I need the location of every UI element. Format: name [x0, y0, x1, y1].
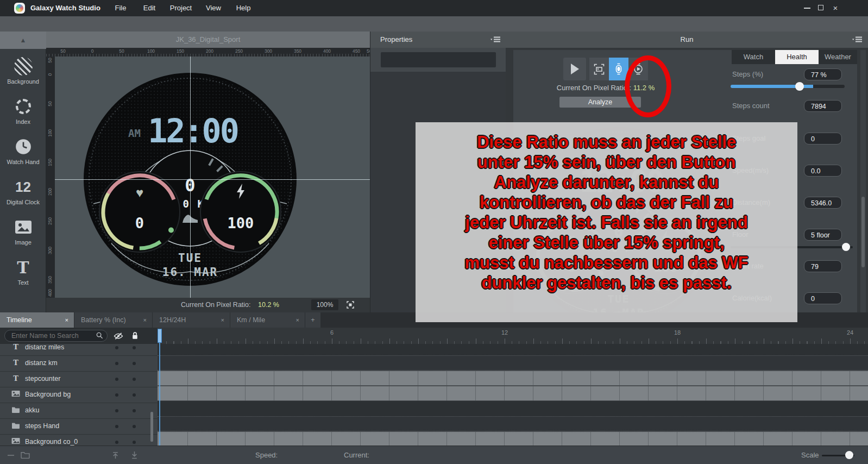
scrollbar-thumb[interactable] — [861, 197, 865, 267]
layer-row[interactable]: Tdistanz km — [0, 356, 158, 372]
tab-timeline[interactable]: Timeline× — [0, 312, 74, 328]
visibility-dot[interactable] — [115, 378, 118, 381]
visibility-dot[interactable] — [115, 346, 118, 349]
run-play-button[interactable] — [563, 58, 586, 80]
ruler-label: 18 — [672, 329, 683, 336]
close-tab-icon[interactable]: × — [296, 312, 299, 328]
properties-selection-field[interactable] — [381, 52, 496, 67]
panel-menu-icon[interactable] — [490, 36, 501, 43]
steps-count-field[interactable]: 7894 — [804, 100, 842, 112]
layer-row[interactable]: Tstepcounter — [0, 372, 158, 387]
search-input[interactable] — [4, 330, 108, 342]
minimize-button[interactable] — [804, 8, 810, 9]
close-tab-icon[interactable]: × — [221, 312, 224, 328]
track-lane[interactable] — [158, 355, 868, 371]
steps-goal-field[interactable]: 0 — [804, 133, 842, 145]
hide-all-eye-off-icon[interactable] — [113, 332, 124, 340]
layer-row[interactable]: steps Hand — [0, 419, 158, 435]
tab-battery[interactable]: Battery % (Inc)× — [74, 312, 152, 328]
panel-menu-icon[interactable] — [852, 36, 863, 43]
playhead[interactable] — [158, 329, 163, 446]
menu-view[interactable]: View — [206, 0, 221, 16]
lock-dot[interactable] — [133, 425, 136, 428]
tool-label: Image — [0, 239, 46, 246]
collapse-left-icon[interactable]: ‹ — [158, 381, 158, 392]
lock-dot[interactable] — [133, 378, 136, 381]
close-button[interactable]: × — [831, 3, 840, 13]
tab-weather[interactable]: Weather — [819, 50, 857, 64]
lock-all-icon[interactable] — [131, 331, 139, 340]
group-folder-icon[interactable] — [21, 451, 30, 459]
lock-dot[interactable] — [133, 362, 136, 365]
menu-project[interactable]: Project — [170, 0, 192, 16]
visibility-dot[interactable] — [115, 362, 118, 365]
move-top-icon[interactable] — [111, 451, 119, 459]
track-lane[interactable] — [158, 371, 868, 386]
tool-index[interactable]: Index — [0, 95, 46, 135]
scale-slider-thumb[interactable] — [845, 451, 853, 459]
toolbox-collapse-button[interactable]: ▲ — [0, 32, 46, 49]
visibility-dot[interactable] — [115, 441, 118, 444]
tab-health[interactable]: Health — [775, 50, 819, 64]
tool-label: Digital Clock — [0, 199, 46, 205]
fit-to-screen-icon[interactable] — [346, 300, 355, 309]
tool-background[interactable]: Background — [0, 54, 46, 95]
run-title: Run — [506, 32, 868, 48]
visibility-dot[interactable] — [115, 409, 118, 412]
playhead-marker[interactable] — [158, 329, 162, 343]
title-bar: Galaxy Watch Studio File Edit Project Vi… — [0, 0, 868, 16]
tool-text[interactable]: T Text — [0, 255, 46, 296]
canvas-opr-value: 10.2 % — [258, 298, 279, 312]
track-lane[interactable] — [158, 401, 868, 416]
floor-field[interactable]: 5 floor — [804, 229, 842, 241]
track-lane[interactable] — [158, 386, 868, 401]
layer-row[interactable]: akku — [0, 403, 158, 419]
slider-thumb[interactable] — [795, 82, 804, 91]
distance-field[interactable]: 5346.0 — [804, 197, 842, 209]
close-tab-icon[interactable]: × — [143, 312, 147, 328]
steps-percent-slider[interactable] — [731, 85, 845, 88]
toolbar: ▼ — [0, 16, 868, 32]
calorie-field[interactable]: 0 — [804, 292, 842, 304]
zoom-level-button[interactable]: 100% — [311, 299, 338, 310]
tab-km-mile[interactable]: Km / Mile× — [230, 312, 305, 328]
menu-edit[interactable]: Edit — [143, 0, 155, 16]
visibility-dot[interactable] — [115, 393, 118, 397]
layer-row[interactable]: Background co_0 — [0, 435, 158, 446]
lock-dot[interactable] — [133, 393, 136, 397]
run-scrollbar[interactable] — [860, 50, 866, 312]
tab-watch[interactable]: Watch — [732, 50, 775, 64]
steps-percent-field[interactable]: 77 % — [804, 68, 842, 80]
tool-watch-hand[interactable]: Watch Hand — [0, 135, 46, 175]
lock-dot[interactable] — [133, 409, 136, 412]
add-tab-button[interactable]: + — [305, 312, 320, 328]
lock-dot[interactable] — [133, 441, 136, 444]
design-canvas[interactable] — [55, 57, 370, 298]
text-layer-icon: T — [11, 374, 21, 383]
tool-label: Index — [0, 118, 46, 125]
track-lane[interactable] — [158, 431, 868, 446]
menu-file[interactable]: File — [115, 0, 127, 16]
close-tab-icon[interactable]: × — [65, 312, 68, 328]
tab-12h24h[interactable]: 12H/24H× — [153, 312, 230, 328]
maximize-button[interactable] — [818, 5, 823, 10]
menu-help[interactable]: Help — [236, 0, 251, 16]
layer-row[interactable]: Background bg — [0, 387, 158, 403]
play-icon — [571, 64, 579, 74]
layer-scrollbar-thumb[interactable] — [150, 412, 153, 442]
annotation-overlay: Diese Ratio muss an jeder Stelle unter 1… — [416, 122, 797, 322]
track-lane[interactable] — [158, 416, 868, 431]
slider-thumb[interactable] — [842, 243, 850, 251]
timeline-track-area[interactable]: 6 12 18 24 ‹ — [158, 328, 868, 446]
tool-digital-clock[interactable]: 12 Digital Clock — [0, 175, 46, 215]
run-capture-button[interactable] — [589, 58, 609, 80]
move-bottom-icon[interactable] — [130, 451, 139, 459]
timeline-ruler[interactable]: 6 12 18 24 — [158, 328, 868, 344]
annotation-line: kontrollieren, ob das der Fall zu — [416, 192, 797, 212]
lock-dot[interactable] — [133, 346, 136, 349]
remove-layer-icon[interactable] — [8, 455, 14, 456]
tool-image[interactable]: Image — [0, 215, 46, 255]
speed-field[interactable]: 0.0 — [804, 165, 842, 177]
visibility-dot[interactable] — [115, 425, 118, 428]
heart-rate-field[interactable]: 79 — [804, 260, 842, 272]
